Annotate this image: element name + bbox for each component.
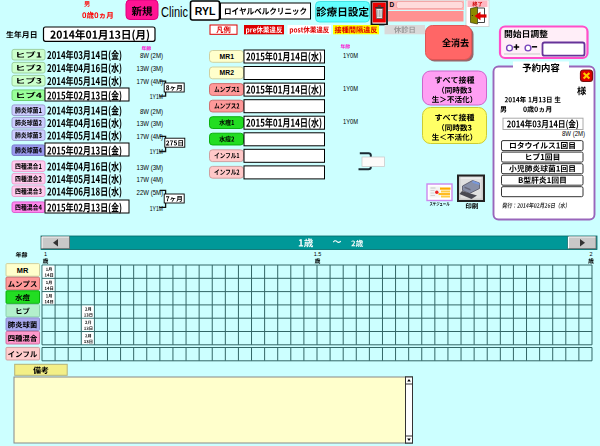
svg-text:8W (2M): 8W (2M) bbox=[562, 129, 585, 138]
svg-text:1Y0M: 1Y0M bbox=[343, 117, 358, 126]
svg-text:17W (4M): 17W (4M) bbox=[137, 77, 164, 86]
svg-text:1.5: 1.5 bbox=[314, 251, 322, 257]
svg-text:17W (4M): 17W (4M) bbox=[137, 132, 164, 141]
svg-text:8W (2M): 8W (2M) bbox=[140, 51, 163, 60]
svg-text:1Y0M: 1Y0M bbox=[343, 51, 358, 60]
svg-text:17W (4M): 17W (4M) bbox=[137, 175, 164, 184]
svg-text:13W (3M): 13W (3M) bbox=[137, 64, 164, 73]
svg-text:MR2: MR2 bbox=[220, 69, 235, 76]
svg-text:2: 2 bbox=[589, 251, 592, 257]
svg-text:13W (3M): 13W (3M) bbox=[137, 163, 164, 172]
svg-text:22W (5M): 22W (5M) bbox=[137, 188, 164, 197]
svg-text:MR1: MR1 bbox=[220, 53, 235, 60]
svg-text:D: D bbox=[390, 1, 395, 8]
svg-text:1Y1M: 1Y1M bbox=[150, 204, 163, 213]
svg-text:13W (3M): 13W (3M) bbox=[137, 119, 164, 128]
svg-text:Clinic: Clinic bbox=[161, 3, 188, 20]
svg-text:8W (2M): 8W (2M) bbox=[140, 107, 163, 116]
svg-text:1Y0M: 1Y0M bbox=[343, 84, 358, 93]
svg-text:1: 1 bbox=[44, 251, 47, 257]
svg-text:RYL: RYL bbox=[195, 5, 216, 17]
svg-text:MR: MR bbox=[17, 266, 29, 275]
